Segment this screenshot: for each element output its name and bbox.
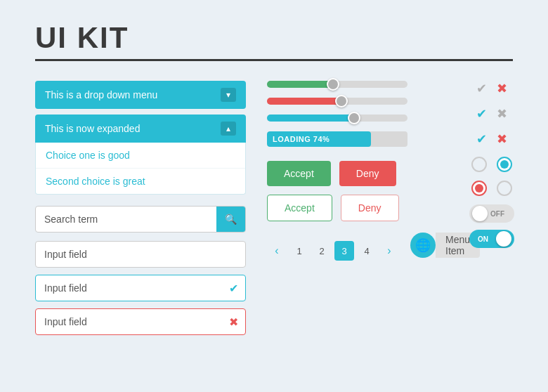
radio-teal[interactable] bbox=[497, 157, 512, 172]
x-icon: ✖ bbox=[222, 315, 245, 329]
accept-button[interactable]: Accept bbox=[267, 161, 331, 186]
page: UI KIT This is a drop down menu ▾ This i… bbox=[0, 0, 548, 392]
right-column: ✔ ✖ ✔ ✖ ✔ ✖ bbox=[464, 81, 520, 342]
dropdown-closed-label: This is a drop down menu bbox=[45, 89, 157, 100]
search-input[interactable] bbox=[36, 207, 216, 232]
slider-row-2 bbox=[267, 98, 443, 105]
toggle-on-row: ON bbox=[464, 230, 520, 248]
toggle-off-label: OFF bbox=[490, 210, 504, 218]
accept-outline-button[interactable]: Accept bbox=[267, 195, 332, 221]
check-teal-icon-2: ✔ bbox=[476, 131, 487, 147]
progress-track: LOADING 74% bbox=[267, 131, 407, 147]
page-2[interactable]: 2 bbox=[312, 241, 332, 261]
left-column: This is a drop down menu ▾ This is now e… bbox=[35, 81, 246, 342]
toggle-on[interactable]: ON bbox=[469, 230, 514, 248]
check-teal-icon: ✔ bbox=[476, 106, 487, 122]
page-3[interactable]: 3 bbox=[334, 241, 354, 261]
slider-row-1 bbox=[267, 81, 443, 88]
deny-outline-button[interactable]: Deny bbox=[341, 195, 399, 221]
input-normal[interactable] bbox=[35, 241, 246, 268]
toggle-off[interactable]: OFF bbox=[469, 204, 514, 223]
toggle-knob-off bbox=[472, 206, 488, 221]
radio-row-2 bbox=[464, 181, 520, 196]
page-4[interactable]: 4 bbox=[357, 241, 377, 261]
dropdown-expanded[interactable]: This is now expanded ▴ bbox=[35, 115, 246, 143]
deny-button[interactable]: Deny bbox=[339, 161, 396, 186]
search-button[interactable]: 🔍 bbox=[216, 207, 245, 232]
bottom-row: ‹ 1 2 3 4 › 🌐 Menu Item bbox=[267, 230, 443, 261]
check-row-2: ✔ ✖ bbox=[464, 106, 520, 122]
btn-row-outline: Accept Deny bbox=[267, 195, 443, 221]
page-prev[interactable]: ‹ bbox=[267, 241, 287, 261]
page-1[interactable]: 1 bbox=[289, 241, 309, 261]
toggle-on-label: ON bbox=[478, 235, 488, 243]
x-red-icon-2: ✖ bbox=[497, 131, 507, 147]
progress-wrap: LOADING 74% bbox=[267, 131, 443, 147]
page-title: UI KIT bbox=[35, 21, 513, 55]
progress-fill: LOADING 74% bbox=[267, 131, 371, 147]
page-next[interactable]: › bbox=[379, 241, 399, 261]
input-valid-wrap: ✔ bbox=[35, 275, 246, 301]
input-valid[interactable] bbox=[36, 275, 222, 301]
slider-track-2[interactable] bbox=[267, 98, 407, 105]
check-gray-icon: ✔ bbox=[476, 81, 487, 96]
title-divider bbox=[35, 59, 513, 61]
slider-row-3 bbox=[267, 115, 443, 122]
dropdown-expanded-label: This is now expanded bbox=[45, 123, 140, 134]
search-box: 🔍 bbox=[35, 206, 246, 233]
check-row-3: ✔ ✖ bbox=[464, 131, 520, 147]
check-row-1: ✔ ✖ bbox=[464, 81, 520, 96]
radio-empty-2[interactable] bbox=[497, 181, 512, 196]
toggle-knob-on bbox=[496, 231, 511, 247]
pagination: ‹ 1 2 3 4 › bbox=[267, 241, 399, 261]
input-invalid[interactable] bbox=[36, 309, 222, 334]
toggle-off-row: OFF bbox=[464, 204, 520, 223]
chevron-down-icon: ▾ bbox=[221, 88, 236, 102]
btn-row-solid: Accept Deny bbox=[267, 161, 443, 186]
radio-row-1 bbox=[464, 157, 520, 172]
input-invalid-wrap: ✖ bbox=[35, 308, 246, 335]
dropdown-closed[interactable]: This is a drop down menu ▾ bbox=[35, 81, 246, 109]
radio-empty-1[interactable] bbox=[471, 157, 487, 172]
x-gray-icon: ✖ bbox=[497, 106, 507, 122]
dropdown-item-2[interactable]: Second choice is great bbox=[36, 169, 245, 194]
radio-red[interactable] bbox=[471, 181, 487, 196]
slider-track-1[interactable] bbox=[267, 81, 407, 88]
middle-column: LOADING 74% Accept Deny Accept Deny ‹ 1 … bbox=[267, 81, 443, 342]
chevron-up-icon: ▴ bbox=[221, 122, 236, 136]
x-red-icon: ✖ bbox=[497, 81, 507, 96]
globe-icon[interactable]: 🌐 bbox=[410, 233, 436, 258]
progress-label: LOADING 74% bbox=[273, 135, 330, 143]
slider-track-3[interactable] bbox=[267, 115, 407, 122]
main-content: This is a drop down menu ▾ This is now e… bbox=[35, 81, 513, 342]
check-icon: ✔ bbox=[222, 282, 245, 295]
dropdown-item-1[interactable]: Choice one is good bbox=[36, 143, 245, 169]
dropdown-menu: Choice one is good Second choice is grea… bbox=[35, 143, 246, 195]
